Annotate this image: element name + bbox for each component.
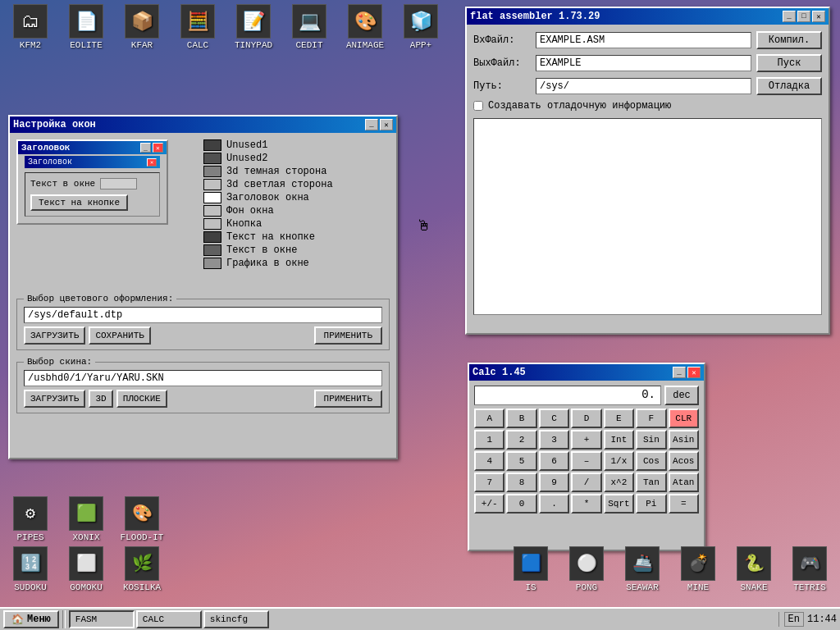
calc-close-btn[interactable]: ✕ <box>687 367 701 378</box>
calc-btn-5[interactable]: 5 <box>506 451 536 471</box>
color-swatch[interactable] <box>203 192 221 203</box>
color-item[interactable]: Заголовок окна <box>203 192 390 203</box>
desktop-icon-flood[interactable]: 🎨FLOOD-IT <box>116 496 168 543</box>
calc-btn-f[interactable]: F <box>636 409 666 428</box>
calc-btn-Int[interactable]: Int <box>604 430 634 450</box>
calc-btn-[interactable]: +/- <box>474 494 504 514</box>
calc-btn-[interactable]: – <box>571 451 601 471</box>
desktop-icon-is[interactable]: 🟦IS <box>504 546 557 593</box>
color-item[interactable]: Текст в окне <box>203 244 390 256</box>
calc-btn-c[interactable]: C <box>539 409 569 428</box>
calc-btn-3[interactable]: 3 <box>539 430 569 450</box>
skin-apply-btn[interactable]: ПРИМЕНИТЬ <box>314 390 382 408</box>
fasm-close-btn[interactable]: ✕ <box>812 11 825 22</box>
desktop-icon-cedit[interactable]: 💻CEDIT <box>283 4 336 51</box>
calc-btn-1[interactable]: 1 <box>474 430 504 450</box>
calc-btn-d[interactable]: D <box>571 409 601 428</box>
desktop-icon-eolite[interactable]: 📄EOLITE <box>60 4 112 51</box>
calc-btn-2[interactable]: 2 <box>506 430 536 450</box>
calc-btn-[interactable]: / <box>571 472 601 492</box>
fasm-debug-checkbox[interactable] <box>473 101 483 111</box>
calc-btn-7[interactable]: 7 <box>474 472 504 492</box>
calc-btn-6[interactable]: 6 <box>539 451 569 471</box>
color-item[interactable]: Фон окна <box>203 205 390 217</box>
skin-flat-btn[interactable]: ПЛОСКИЕ <box>116 390 167 408</box>
desktop-icon-kfar[interactable]: 📦KFAR <box>116 4 168 51</box>
fasm-run-btn[interactable]: Пуск <box>756 54 822 72</box>
skin-3d-btn[interactable]: 3D <box>89 390 112 408</box>
color-swatch[interactable] <box>203 218 221 230</box>
color-swatch[interactable] <box>203 205 221 217</box>
calc-btn-[interactable]: . <box>539 494 569 514</box>
desktop-icon-xonix[interactable]: 🟩XONIX <box>60 496 112 543</box>
taskbar-lang[interactable]: En <box>784 612 804 627</box>
taskbar-item-calc[interactable]: CALC <box>136 610 202 628</box>
desktop-icon-appplus[interactable]: 🧊APP+ <box>395 4 447 51</box>
color-item[interactable]: Unused1 <box>203 139 390 151</box>
color-swatch[interactable] <box>203 231 221 243</box>
calc-btn-Cos[interactable]: Cos <box>636 451 666 471</box>
fasm-debug-btn[interactable]: Отладка <box>756 77 822 95</box>
fasm-minimize-btn[interactable]: _ <box>783 11 796 22</box>
fasm-output-area[interactable] <box>473 118 822 315</box>
calc-clr-btn[interactable]: CLR <box>669 409 699 428</box>
settings-close-btn[interactable]: ✕ <box>380 119 393 130</box>
preview-outer-close[interactable]: ✕ <box>153 143 163 153</box>
calc-btn-Atan[interactable]: Atan <box>669 472 699 492</box>
calc-btn-Acos[interactable]: Acos <box>669 451 699 471</box>
color-swatch[interactable] <box>203 139 221 151</box>
calc-btn-[interactable]: = <box>669 494 699 514</box>
theme-path[interactable]: /sys/default.dtp <box>24 307 382 323</box>
color-item[interactable]: Unused2 <box>203 153 390 164</box>
calc-btn-9[interactable]: 9 <box>539 472 569 492</box>
color-item[interactable]: 3d светлая сторона <box>203 179 390 190</box>
desktop-icon-seawar[interactable]: 🚢SEAWAR <box>616 546 669 593</box>
calc-btn-8[interactable]: 8 <box>506 472 536 492</box>
color-swatch[interactable] <box>203 244 221 256</box>
color-item[interactable]: Графика в окне <box>203 258 390 269</box>
calc-btn-0[interactable]: 0 <box>506 494 536 514</box>
color-swatch[interactable] <box>203 179 221 190</box>
preview-inner-close[interactable]: ✕ <box>147 158 157 167</box>
fasm-input-out[interactable] <box>536 55 751 71</box>
calc-btn-Asin[interactable]: Asin <box>669 430 699 450</box>
desktop-icon-kosilka[interactable]: 🌿KOSILKA <box>116 546 168 593</box>
calc-btn-Sin[interactable]: Sin <box>636 430 666 450</box>
theme-apply-btn[interactable]: ПРИМЕНИТЬ <box>314 326 382 345</box>
taskbar-start-btn[interactable]: 🏠 Меню <box>3 610 59 628</box>
skin-path[interactable]: /usbhd0/1/Yaru/YARU.SKN <box>24 370 382 386</box>
color-swatch[interactable] <box>203 258 221 269</box>
fasm-maximize-btn[interactable]: □ <box>797 11 810 22</box>
calc-btn-Tan[interactable]: Tan <box>636 472 666 492</box>
desktop-icon-animage[interactable]: 🎨ANIMAGE <box>339 4 391 51</box>
desktop-icon-calc[interactable]: 🧮CALC <box>171 4 224 51</box>
calc-btn-x2[interactable]: x^2 <box>604 472 634 492</box>
calc-btn-b[interactable]: B <box>506 409 536 428</box>
preview-outer-min[interactable]: _ <box>140 143 151 153</box>
calc-btn-4[interactable]: 4 <box>474 451 504 471</box>
theme-load-btn[interactable]: ЗАГРУЗИТЬ <box>24 326 85 345</box>
settings-minimize-btn[interactable]: _ <box>365 119 378 130</box>
skin-load-btn[interactable]: ЗАГРУЗИТЬ <box>24 390 85 408</box>
calc-btn-Pi[interactable]: Pi <box>636 494 666 514</box>
desktop-icon-kfm2[interactable]: 🗂KFM2 <box>4 4 57 51</box>
color-swatch[interactable] <box>203 153 221 164</box>
calc-btn-1x[interactable]: 1/x <box>604 451 634 471</box>
color-item[interactable]: Текст на кнопке <box>203 231 390 243</box>
calc-minimize-btn[interactable]: _ <box>673 367 686 378</box>
desktop-icon-sudoku[interactable]: 🔢SUDOKU <box>4 546 57 593</box>
fasm-compile-btn[interactable]: Компил. <box>756 31 822 49</box>
calc-btn-[interactable]: * <box>571 494 601 514</box>
desktop-icon-pong[interactable]: ⚪PONG <box>560 546 613 593</box>
desktop-icon-mine[interactable]: 💣MINE <box>672 546 724 593</box>
color-item[interactable]: 3d темная сторона <box>203 166 390 177</box>
taskbar-item-fasm[interactable]: FASM <box>69 610 135 628</box>
desktop-icon-gomoku[interactable]: ⬜GOMOKU <box>60 546 112 593</box>
theme-save-btn[interactable]: СОХРАНИТЬ <box>89 326 150 345</box>
calc-btn-a[interactable]: A <box>474 409 504 428</box>
desktop-icon-tetris[interactable]: 🎮TETRIS <box>783 546 836 593</box>
calc-btn-Sqrt[interactable]: Sqrt <box>604 494 634 514</box>
desktop-icon-pipes[interactable]: ⚙PIPES <box>4 496 57 543</box>
calc-btn-[interactable]: + <box>571 430 601 450</box>
taskbar-item-skincfg[interactable]: skincfg <box>203 610 269 628</box>
